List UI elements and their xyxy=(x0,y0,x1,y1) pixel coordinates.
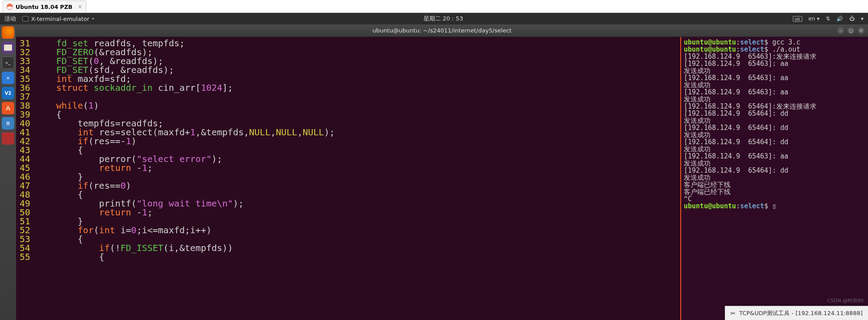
dock-terminal[interactable] xyxy=(2,57,14,69)
code-area[interactable]: fd_set readfds, tempfds; FD_ZERO(&readfd… xyxy=(35,37,335,320)
system-tray: us en ▾ ⇅ 🔊 ⏻ ▾ xyxy=(793,16,864,22)
gnome-topbar: 活动 X-terminal-emulator ▾ 星期二 20：53 us en… xyxy=(0,13,868,24)
host-tab-title: Ubuntu 18.04 PZB xyxy=(16,4,73,10)
chevron-down-icon[interactable]: ▾ xyxy=(861,16,864,22)
dock-software[interactable]: A xyxy=(2,102,14,114)
close-icon[interactable]: × xyxy=(78,4,82,10)
output-pane[interactable]: ubuntu@ubuntu:select$ gcc 3.cubuntu@ubun… xyxy=(681,37,868,320)
editor-pane[interactable]: 3132333435363738394041424344454647484950… xyxy=(16,37,681,320)
dock-app[interactable] xyxy=(2,132,14,145)
activities-button[interactable]: 活动 xyxy=(4,15,16,23)
power-icon[interactable]: ⏻ xyxy=(849,16,855,22)
app-menu[interactable]: X-terminal-emulator ▾ xyxy=(22,16,94,22)
maximize-button[interactable]: ◻ xyxy=(848,27,854,34)
vm-screen: 活动 X-terminal-emulator ▾ 星期二 20：53 us en… xyxy=(0,13,868,320)
network-icon[interactable]: ⇅ xyxy=(826,16,830,22)
ubuntu-icon xyxy=(7,4,13,10)
taskbar-label: TCP&UDP测试工具 - [192.168.124.11:8888] xyxy=(739,309,863,317)
window-controls: – ◻ × xyxy=(837,27,864,34)
terminal-icon xyxy=(22,16,28,21)
dock-vscode[interactable]: ✕ xyxy=(2,72,14,84)
dock-firefox[interactable] xyxy=(2,26,14,39)
watermark: CSDN @时雨90 xyxy=(827,297,864,304)
line-number-gutter: 3132333435363738394041424344454647484950… xyxy=(16,37,35,320)
topbar-left: 活动 X-terminal-emulator ▾ xyxy=(4,15,94,23)
dock-vnc[interactable]: V2 xyxy=(2,87,14,99)
dock: ✕ V2 A ⚙ xyxy=(0,24,16,320)
terminal-body: 3132333435363738394041424344454647484950… xyxy=(16,37,868,320)
taskbar-tcpudp-tool[interactable]: ✂ TCP&UDP测试工具 - [192.168.124.11:8888] xyxy=(725,306,868,320)
clock[interactable]: 星期二 20：53 xyxy=(94,15,792,23)
tool-icon: ✂ xyxy=(731,310,736,317)
keyboard-layout-2[interactable]: en ▾ xyxy=(808,16,820,22)
vm-body: ✕ V2 A ⚙ ubuntu@ubuntu: ~/s24011/interne… xyxy=(0,24,868,320)
terminal-title: ubuntu@ubuntu: ~/s24011/internet/day5/se… xyxy=(372,27,512,34)
terminal-window: ubuntu@ubuntu: ~/s24011/internet/day5/se… xyxy=(16,24,868,320)
minimize-button[interactable]: – xyxy=(837,27,844,34)
dock-settings[interactable]: ⚙ xyxy=(2,117,14,130)
close-button[interactable]: × xyxy=(858,27,864,34)
terminal-titlebar[interactable]: ubuntu@ubuntu: ~/s24011/internet/day5/se… xyxy=(16,24,868,37)
keyboard-layout-1[interactable]: us xyxy=(793,16,803,22)
volume-icon[interactable]: 🔊 xyxy=(836,16,843,22)
host-tabbar: Ubuntu 18.04 PZB × xyxy=(0,0,868,13)
app-menu-label: X-terminal-emulator xyxy=(31,16,89,22)
host-vm-tab[interactable]: Ubuntu 18.04 PZB × xyxy=(3,0,86,12)
dock-files[interactable] xyxy=(2,41,14,54)
